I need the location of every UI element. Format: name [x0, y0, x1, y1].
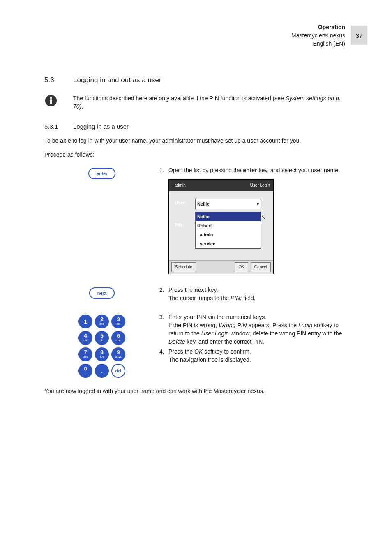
ss-cancel-button[interactable]: Cancel: [251, 262, 271, 272]
intro-text-1: To be able to log in with your user name…: [44, 136, 348, 145]
outro-text: You are now logged in with your user nam…: [44, 387, 348, 395]
step-2: 2. Press the next key. The cursor jumps …: [159, 286, 348, 302]
enter-key-icon: enter: [88, 168, 116, 179]
numeric-keypad-icon: 1 2abc 3def 4ghi 5jkl 6mno 7pqrs 8tuv 9w…: [78, 314, 125, 378]
intro-text-2: Proceed as follows:: [44, 150, 348, 159]
list-item[interactable]: Nellie: [196, 212, 261, 221]
section-title: Logging in and out as a user: [73, 76, 161, 84]
ss-window-title: User Login: [250, 181, 270, 190]
step-1: 1. Open the list by pressing the enter k…: [159, 166, 348, 174]
svg-rect-2: [50, 99, 52, 104]
login-screenshot: _admin User Login User: Nellie▼ PIN: Nel…: [168, 179, 274, 274]
ss-user-dropdown[interactable]: Nellie▼: [195, 199, 261, 209]
chevron-down-icon: ▼: [256, 200, 260, 208]
cursor-icon: ↖: [261, 212, 267, 220]
subsection-title: Logging in as a user: [73, 123, 129, 130]
step-3: 3. Enter your PIN via the numerical keys…: [159, 313, 348, 346]
step-4: 4. Press the OK softkey to confirm. The …: [159, 347, 348, 364]
info-note: The functions described here are only av…: [73, 94, 348, 111]
ss-ok-button[interactable]: OK: [235, 262, 248, 272]
ss-user-list[interactable]: Nellie Robert _admin _service: [195, 212, 261, 249]
list-item[interactable]: _admin: [196, 230, 261, 239]
page-number: 37: [351, 26, 367, 45]
list-item[interactable]: _service: [196, 239, 261, 248]
header-lang: English (EN): [291, 39, 345, 48]
ss-user-label: User:: [175, 199, 195, 207]
next-key-icon: next: [89, 287, 115, 299]
header-product: Mastercycler® nexus: [291, 31, 345, 39]
subsection-number: 5.3.1: [44, 123, 73, 130]
ss-breadcrumb: _admin: [172, 181, 186, 190]
list-item[interactable]: Robert: [196, 221, 261, 230]
ss-pin-label: PIN:: [175, 212, 195, 229]
section-heading: 5.3 Logging in and out as a user: [44, 76, 348, 84]
svg-point-1: [50, 97, 52, 99]
ss-schedule-button[interactable]: Schedule: [171, 262, 196, 272]
info-icon: [44, 94, 73, 109]
del-key-icon: del: [111, 364, 125, 378]
header-chapter: Operation: [291, 23, 345, 31]
page-header: Operation Mastercycler® nexus English (E…: [291, 23, 367, 48]
subsection-heading: 5.3.1 Logging in as a user: [44, 123, 348, 130]
section-number: 5.3: [44, 76, 73, 84]
